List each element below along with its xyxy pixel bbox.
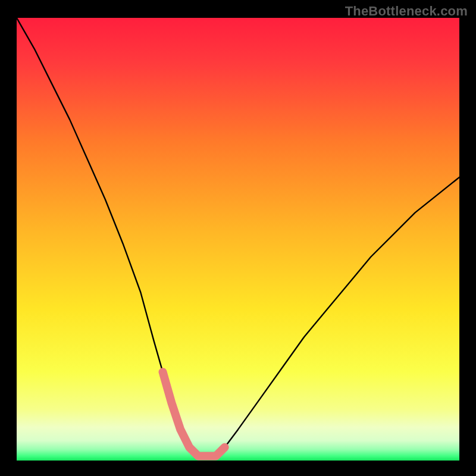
chart-stage: TheBottleneck.com <box>0 0 476 476</box>
chart-svg <box>17 18 459 461</box>
watermark-text: TheBottleneck.com <box>345 4 468 19</box>
gradient-background <box>17 18 459 461</box>
plot-area <box>17 18 459 461</box>
